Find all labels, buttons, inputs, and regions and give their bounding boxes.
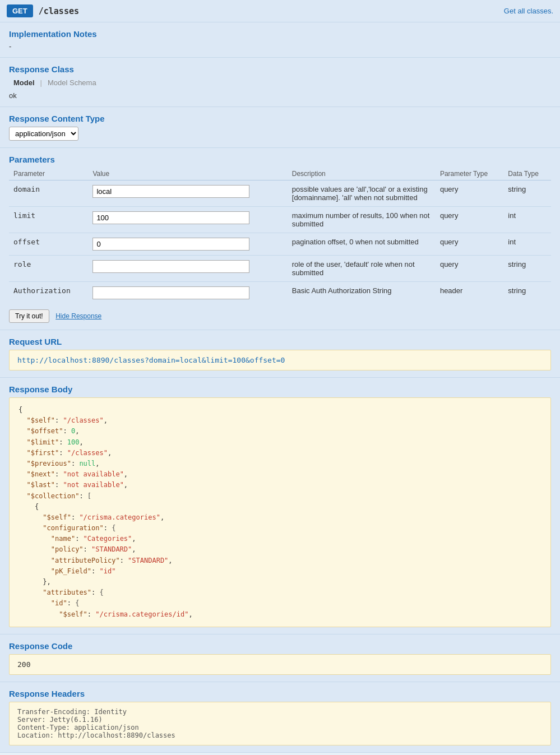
col-data-type: Data Type xyxy=(503,168,551,180)
get-all-link[interactable]: Get all classes. xyxy=(504,7,553,15)
response-code-section: Response Code 200 xyxy=(0,634,560,682)
param-name: limit xyxy=(9,207,88,233)
response-headers-content: Transfer-Encoding: Identity Server: Jett… xyxy=(9,702,551,745)
response-code-title: Response Code xyxy=(9,641,551,651)
param-input[interactable] xyxy=(92,286,249,299)
response-headers-section: Response Headers Transfer-Encoding: Iden… xyxy=(0,682,560,753)
endpoint-path: /classes xyxy=(39,6,79,16)
response-body-section: Response Body { "$self": "/classes", "$o… xyxy=(0,378,560,634)
hide-response-button[interactable]: Hide Response xyxy=(55,312,101,320)
param-data-type: int xyxy=(503,233,551,256)
param-description: Basic Auth Authorization String xyxy=(288,282,436,304)
parameters-title: Parameters xyxy=(9,155,551,164)
param-input[interactable] xyxy=(92,260,249,273)
param-input[interactable] xyxy=(92,211,249,224)
param-value-cell xyxy=(88,233,287,256)
implementation-notes-title: Implementation Notes xyxy=(9,29,551,39)
table-row: rolerole of the user, 'default' role whe… xyxy=(9,256,551,282)
col-parameter-type: Parameter Type xyxy=(436,168,503,180)
response-body-title: Response Body xyxy=(9,385,551,394)
response-headers-title: Response Headers xyxy=(9,689,551,698)
param-data-type: string xyxy=(503,282,551,304)
param-name: domain xyxy=(9,180,88,207)
param-name: offset xyxy=(9,233,88,256)
col-description: Description xyxy=(288,168,436,180)
param-value-cell xyxy=(88,180,287,207)
implementation-notes-section: Implementation Notes - xyxy=(0,22,560,58)
request-url-value: http://localhost:8890/classes?domain=loc… xyxy=(9,350,551,370)
parameters-table: Parameter Value Description Parameter Ty… xyxy=(9,168,551,304)
method-badge: GET xyxy=(7,4,33,17)
endpoint-header: GET /classes Get all classes. xyxy=(0,0,560,22)
request-url-title: Request URL xyxy=(9,337,551,346)
try-it-out-button[interactable]: Try it out! xyxy=(9,309,49,323)
param-description: maximum number of results, 100 when not … xyxy=(288,207,436,233)
table-row: domainpossible values are 'all','local' … xyxy=(9,180,551,207)
param-type: header xyxy=(436,282,503,304)
param-type: query xyxy=(436,207,503,233)
param-name: Authorization xyxy=(9,282,88,304)
param-type: query xyxy=(436,180,503,207)
param-value-cell xyxy=(88,282,287,304)
response-code-value: 200 xyxy=(9,654,551,675)
param-data-type: string xyxy=(503,256,551,282)
param-input[interactable] xyxy=(92,238,249,251)
implementation-notes-content: - xyxy=(9,42,551,50)
response-class-section: Response Class Model | Model Schema ok xyxy=(0,58,560,107)
param-type: query xyxy=(436,256,503,282)
model-tabs: Model | Model Schema xyxy=(9,77,551,88)
model-tab[interactable]: Model xyxy=(9,77,39,88)
param-value-cell xyxy=(88,207,287,233)
param-name: role xyxy=(9,256,88,282)
col-value: Value xyxy=(88,168,287,180)
param-data-type: string xyxy=(503,180,551,207)
param-data-type: int xyxy=(503,207,551,233)
response-content-type-section: Response Content Type application/json xyxy=(0,107,560,148)
response-class-title: Response Class xyxy=(9,64,551,74)
param-value-cell xyxy=(88,256,287,282)
table-row: AuthorizationBasic Auth Authorization St… xyxy=(9,282,551,304)
table-row: offsetpagination offset, 0 when not subm… xyxy=(9,233,551,256)
param-input[interactable] xyxy=(92,185,249,198)
response-content-type-title: Response Content Type xyxy=(9,114,551,123)
response-body-content: { "$self": "/classes", "$offset": 0, "$l… xyxy=(9,397,551,627)
schema-tab[interactable]: Model Schema xyxy=(43,77,101,88)
response-class-value: ok xyxy=(9,91,551,100)
col-parameter: Parameter xyxy=(9,168,88,180)
content-type-select[interactable]: application/json xyxy=(9,127,78,141)
endpoint-header-left: GET /classes xyxy=(7,4,79,17)
table-row: limitmaximum number of results, 100 when… xyxy=(9,207,551,233)
parameters-section: Parameters Parameter Value Description P… xyxy=(0,148,560,330)
param-description: role of the user, 'default' role when no… xyxy=(288,256,436,282)
param-type: query xyxy=(436,233,503,256)
request-url-section: Request URL http://localhost:8890/classe… xyxy=(0,330,560,378)
param-description: pagination offset, 0 when not submitted xyxy=(288,233,436,256)
param-description: possible values are 'all','local' or a e… xyxy=(288,180,436,207)
tab-divider: | xyxy=(40,78,42,87)
main-container: GET /classes Get all classes. Implementa… xyxy=(0,0,560,753)
params-actions: Try it out! Hide Response xyxy=(9,306,551,323)
